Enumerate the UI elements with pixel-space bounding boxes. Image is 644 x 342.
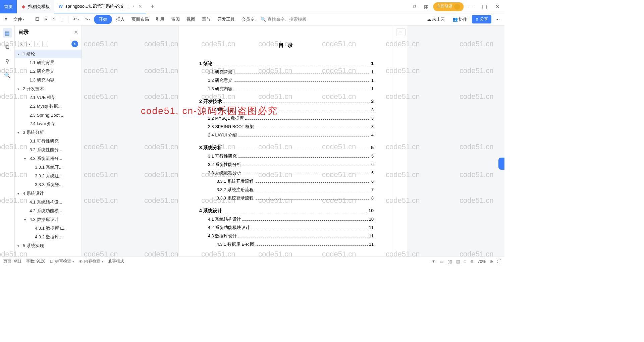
tree-item-label: 1.1 研究背景 (30, 60, 54, 66)
tree-item[interactable]: 1.2 研究意义 (15, 67, 82, 76)
tree-item[interactable]: ▾2 开发技术 (15, 84, 82, 93)
view-eye-icon[interactable]: 👁 (432, 259, 436, 264)
collapse-all-icon[interactable]: ▾ (18, 41, 24, 47)
refresh-icon[interactable]: ↻ (71, 41, 78, 47)
side-tab-handle[interactable] (498, 158, 504, 170)
toc-line: 2.2MYSQL 数据库3 (199, 114, 374, 123)
tab-home-label: 首页 (4, 4, 13, 10)
view-mode1-icon[interactable]: ▭ (440, 259, 443, 264)
share-button[interactable]: ⇪分享 (472, 15, 491, 23)
view-mode4-icon[interactable]: □ (464, 259, 466, 264)
expand-all-icon[interactable]: ▴ (26, 41, 32, 47)
tree-item[interactable]: 4.1 系统结构设... (15, 198, 82, 207)
toc-text: 系统登录流程 (227, 194, 254, 203)
document-area[interactable]: 目 录 1绪论11.1研究背景11.2研究意义11.3研究内容12开发技术32.… (82, 25, 504, 256)
hamburger-icon[interactable]: ≡ (3, 15, 9, 24)
redo-icon[interactable]: ↷▾ (83, 15, 93, 24)
compat-mode[interactable]: 兼容模式 (108, 259, 124, 264)
toc-line: 2.4LAYUI 介绍4 (199, 131, 374, 139)
tree-item[interactable]: 2.1 VUE 框架 (15, 93, 82, 102)
tree-item[interactable]: 1.3 研究内容 (15, 76, 82, 84)
command-search[interactable]: 🔍 查找命令、搜索模板 (261, 16, 307, 22)
close-window-button[interactable]: ✕ (492, 2, 502, 11)
view-mode3-icon[interactable]: ▤ (456, 259, 460, 264)
devtools-tab[interactable]: 开发工具 (215, 15, 237, 24)
insert-tab[interactable]: 插入 (113, 15, 127, 24)
content-check-button[interactable]: 👁内容检查▾ (79, 259, 103, 264)
rail-bookmark-icon[interactable]: ⚲ (3, 56, 12, 66)
tree-item[interactable]: 3.3.3 系统登... (15, 180, 82, 189)
toc-num: 3.1 (208, 152, 214, 161)
tree-item[interactable]: 2.2 Mysql 数据... (15, 102, 82, 111)
tab-document[interactable]: W springboo...知识管理系统-论文 ▢ • ✕ (54, 0, 146, 13)
start-tab[interactable]: 开始 (94, 15, 112, 24)
tree-item[interactable]: ▾5 系统实现 (15, 241, 82, 250)
remove-item-icon[interactable]: − (42, 41, 48, 47)
tree-item[interactable]: 3.3.2 系统注... (15, 172, 82, 180)
panel-toggle-icon[interactable]: ≡ (396, 28, 406, 36)
outline-header: 目录 ✕ (15, 25, 82, 39)
toc-page: 3 (371, 106, 374, 114)
tree-item[interactable]: ▾1 绪论 (15, 50, 82, 58)
word-count[interactable]: 字数: 9128 (26, 259, 45, 264)
tab-home[interactable]: 首页 (0, 0, 17, 13)
tab-document-label: springboo...知识管理系统-论文 (65, 3, 124, 9)
tree-item[interactable]: 3.2 系统性能分... (15, 146, 82, 154)
zoom-level[interactable]: 70% (478, 259, 486, 264)
grid-icon[interactable]: ▦ (422, 3, 430, 11)
tree-item[interactable]: ▾3.3 系统流程分... (15, 154, 82, 163)
file-menu[interactable]: 文件▾ (11, 15, 27, 24)
add-item-icon[interactable]: + (34, 41, 40, 47)
outline-tree[interactable]: ▾1 绪论1.1 研究背景1.2 研究意义1.3 研究内容▾2 开发技术2.1 … (15, 49, 82, 256)
zoom-in-icon[interactable]: ⊕ (490, 259, 493, 264)
tree-item[interactable]: 4.2 系统功能模... (15, 207, 82, 215)
toc-page: 10 (369, 215, 374, 224)
login-button[interactable]: 立即登录 (433, 2, 464, 11)
close-icon[interactable]: ✕ (138, 4, 142, 9)
cloud-button[interactable]: ☁未上云 (424, 15, 448, 24)
undo-icon[interactable]: ↶▾ (71, 15, 81, 24)
maximize-button[interactable]: ▢ (480, 2, 489, 11)
chapter-tab[interactable]: 章节 (199, 15, 213, 24)
view-mode2-icon[interactable]: ▯▯ (447, 259, 452, 264)
fit-icon[interactable]: ⛶ (497, 259, 501, 264)
spellcheck-button[interactable]: ☑拼写检查▾ (50, 259, 74, 264)
rail-outline-icon[interactable]: ▤ (3, 28, 12, 38)
toc-line: 2开发技术3 (199, 97, 374, 106)
save-as-icon[interactable]: ⎘ (43, 15, 49, 24)
tree-item[interactable]: 4.3.2 数据库... (15, 233, 82, 241)
rail-layers-icon[interactable]: ⧉ (3, 42, 12, 52)
tab-monitor-icon: ▢ (126, 4, 130, 9)
tree-item[interactable]: ▾3 系统分析 (15, 128, 82, 137)
layout-icon[interactable]: ⧉ (411, 3, 419, 11)
print-icon[interactable]: ⎙ (51, 15, 57, 24)
reference-tab[interactable]: 引用 (153, 15, 167, 24)
tree-item-label: 3.3 系统流程分... (30, 156, 62, 162)
tree-item[interactable]: 1.1 研究背景 (15, 58, 82, 67)
layout-tab[interactable]: 页面布局 (129, 15, 152, 24)
tree-item[interactable]: 2.4 layui 介绍 (15, 119, 82, 128)
tree-item[interactable]: ▾4 系统设计 (15, 189, 82, 198)
zoom-out-icon[interactable]: ⊖ (470, 259, 474, 264)
rail-search-icon[interactable]: 🔍 (3, 70, 12, 80)
view-tab[interactable]: 视图 (184, 15, 198, 24)
minimize-button[interactable]: — (467, 2, 476, 11)
collab-button[interactable]: 👥协作 (450, 15, 470, 24)
toc-text: 数据库 E-R 图 (227, 240, 254, 249)
new-tab-button[interactable]: + (146, 3, 159, 10)
member-tab[interactable]: 会员专› (239, 15, 259, 24)
tree-item[interactable]: ▾4.3 数据库设计 (15, 215, 82, 224)
tree-item[interactable]: 4.3.1 数据库 E... (15, 224, 82, 233)
tab-template[interactable]: ◆ 找稻壳模板 (17, 0, 54, 13)
tree-item[interactable]: 2.3 Spring Boot ... (15, 111, 82, 119)
outline-close-icon[interactable]: ✕ (74, 29, 78, 36)
chevron-down-icon: ▾ (17, 131, 21, 134)
review-tab[interactable]: 审阅 (168, 15, 182, 24)
tree-item[interactable]: 3.3.1 系统开... (15, 163, 82, 172)
tree-item-label: 5 系统实现 (23, 243, 44, 249)
tree-item[interactable]: 3.1 可行性研究 (15, 137, 82, 146)
preview-icon[interactable]: ⌶ (59, 15, 65, 24)
more-menu-icon[interactable]: ⋯ (493, 15, 502, 24)
save-icon[interactable]: 🖫 (33, 15, 41, 24)
page-indicator[interactable]: 页面: 4/31 (3, 259, 21, 264)
